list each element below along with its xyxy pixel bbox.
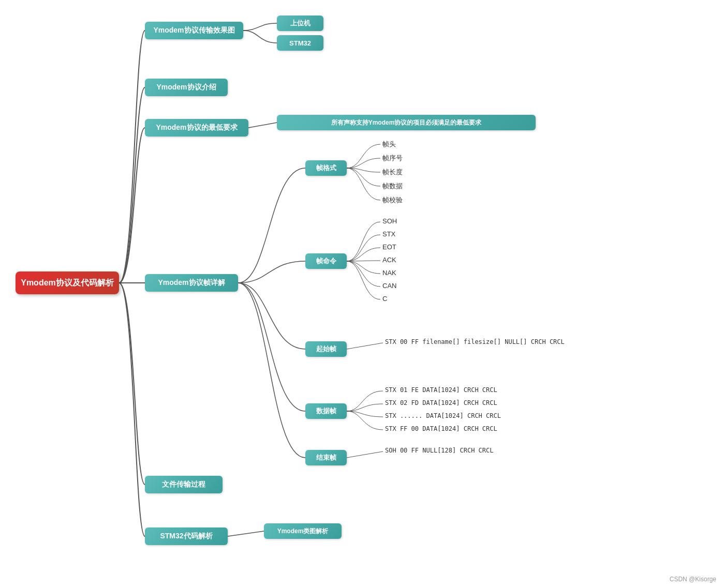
text-n4b3: EOT <box>380 242 398 252</box>
text-n4d3: STX ...... DATA[1024] CRCH CRCL <box>383 411 503 420</box>
watermark: CSDN @Kisorge <box>670 576 716 583</box>
node-n6a: Ymodem类图解析 <box>264 523 342 539</box>
node-n2: Ymodem协议介绍 <box>145 79 228 96</box>
root-node: Ymodem协议及代码解析 <box>16 272 119 294</box>
text-n4a4: 帧数据 <box>380 180 405 192</box>
node-n3: Ymodem协议的最低要求 <box>145 119 248 137</box>
node-n3a: 所有声称支持Ymodem协议的项目必须满足的最低要求 <box>277 115 536 130</box>
node-n4c: 起始帧 <box>305 341 347 357</box>
node-n1b: STM32 <box>277 35 323 51</box>
node-n1: Ymodem协议传输效果图 <box>145 22 243 39</box>
node-n4d: 数据帧 <box>305 403 347 419</box>
node-n1a: 上位机 <box>277 16 323 31</box>
text-n4c1: STX 00 FF filename[] filesize[] NULL[] C… <box>383 337 567 346</box>
text-n4b6: CAN <box>380 281 398 291</box>
text-n4e1: SOH 00 FF NULL[128] CRCH CRCL <box>383 446 496 455</box>
text-n4a3: 帧长度 <box>380 167 405 178</box>
text-n4b1: SOH <box>380 216 399 226</box>
text-n4a1: 帧头 <box>380 139 398 150</box>
node-n5: 文件传输过程 <box>145 476 223 493</box>
node-n4e: 结束帧 <box>305 450 347 465</box>
text-n4b7: C <box>380 294 389 304</box>
diagram-container: Ymodem协议及代码解析 Ymodem协议传输效果图 Ymodem协议介绍 Y… <box>0 0 724 588</box>
node-n4a: 帧格式 <box>305 160 347 176</box>
node-n6: STM32代码解析 <box>145 527 228 545</box>
text-n4a5: 帧校验 <box>380 194 405 206</box>
text-n4b2: STX <box>380 229 397 239</box>
text-n4b4: ACK <box>380 255 398 265</box>
text-n4a2: 帧序号 <box>380 153 405 164</box>
text-n4d2: STX 02 FD DATA[1024] CRCH CRCL <box>383 398 499 408</box>
node-n4b: 帧命令 <box>305 253 347 269</box>
node-n4: Ymodem协议帧详解 <box>145 274 238 292</box>
text-n4d4: STX FF 00 DATA[1024] CRCH CRCL <box>383 424 499 433</box>
text-n4d1: STX 01 FE DATA[1024] CRCH CRCL <box>383 385 499 395</box>
text-n4b5: NAK <box>380 268 398 278</box>
